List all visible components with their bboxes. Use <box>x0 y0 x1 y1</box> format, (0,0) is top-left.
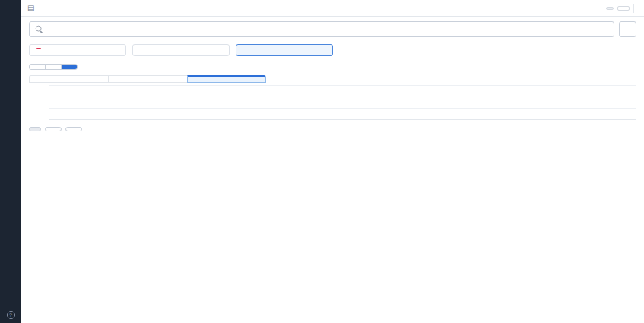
card-clusters-over-provisioned[interactable] <box>236 44 333 56</box>
filter-pill-databricks[interactable] <box>45 127 62 131</box>
time-range-picker[interactable] <box>617 6 630 11</box>
help-button[interactable]: ? <box>7 311 15 321</box>
table-filter-bar <box>29 127 636 131</box>
search-row <box>29 21 636 37</box>
search-icon <box>36 26 43 33</box>
tab-streaming-jobs[interactable] <box>46 65 62 69</box>
page-footer <box>29 151 636 161</box>
tab-batch-jobs[interactable] <box>30 65 46 69</box>
page-header: ▤ <box>21 0 644 17</box>
card-monitors-alerting[interactable] <box>29 44 126 56</box>
time-preset-badge[interactable] <box>606 7 614 10</box>
metric-avg-cluster-mem[interactable] <box>108 75 187 83</box>
table-header <box>29 136 636 141</box>
search-input[interactable] <box>47 26 604 33</box>
filter-pill-emr[interactable] <box>65 127 82 131</box>
metric-est-costs[interactable] <box>187 75 266 83</box>
card-jobs-with-failures[interactable] <box>132 44 230 56</box>
question-icon: ? <box>7 311 15 319</box>
data-jobs-icon: ▤ <box>27 4 34 12</box>
add-filter-button[interactable] <box>619 21 636 37</box>
metric-avg-cluster-cpu[interactable] <box>29 75 108 83</box>
alert-badge <box>36 48 41 49</box>
tab-clusters[interactable] <box>62 65 77 69</box>
search-box[interactable] <box>29 21 614 37</box>
est-costs-chart <box>29 85 636 122</box>
chart-y-axis <box>29 85 49 120</box>
divider <box>633 4 634 13</box>
global-nav-sidebar: ? <box>0 0 21 323</box>
view-tabs <box>29 64 78 70</box>
chart-plot-area[interactable] <box>49 85 636 120</box>
main-area: ▤ <box>21 0 644 323</box>
cost-line-series <box>49 85 636 119</box>
insight-cards <box>29 44 636 56</box>
filter-pill-all[interactable] <box>29 127 41 131</box>
metric-cards <box>29 75 636 83</box>
